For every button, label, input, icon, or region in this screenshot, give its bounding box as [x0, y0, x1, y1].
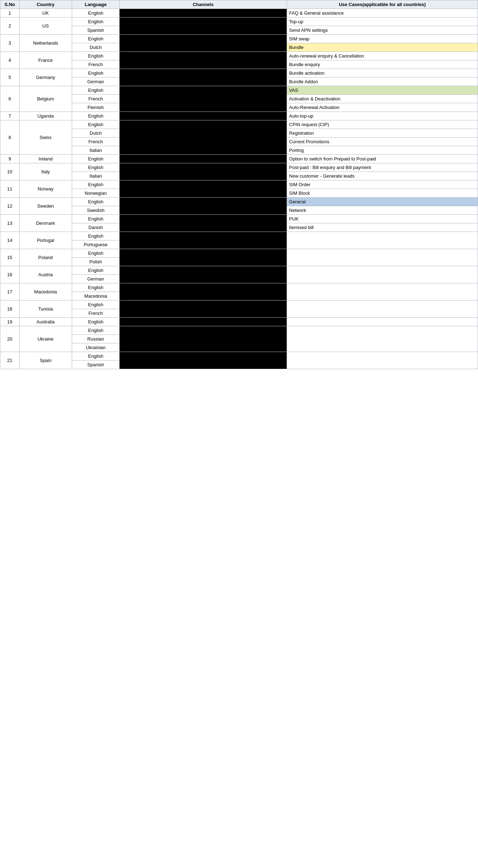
- cell-language: Ukrainian: [72, 343, 120, 352]
- cell-language: German: [72, 78, 120, 86]
- cell-language: French: [72, 138, 120, 146]
- cell-language: English: [72, 283, 120, 292]
- cell-usecase: Post-paid : Bill enquiry and Bill paymen…: [287, 163, 478, 172]
- cell-language: French: [72, 95, 120, 103]
- cell-language: English: [72, 180, 120, 189]
- cell-usecase: Porting: [287, 146, 478, 155]
- cell-sno: 21: [0, 352, 20, 369]
- cell-channels: [120, 198, 287, 215]
- cell-channels: [120, 326, 287, 352]
- cell-channels: [120, 155, 287, 163]
- cell-language: Portuguese: [72, 240, 120, 249]
- cell-usecase: SIM Block: [287, 189, 478, 198]
- cell-country: Austria: [19, 266, 72, 283]
- cell-language: English: [72, 163, 120, 172]
- cell-language: Spanish: [72, 361, 120, 369]
- cell-country: US: [19, 18, 72, 35]
- cell-usecase: Bundle: [287, 43, 478, 52]
- cell-language: English: [72, 249, 120, 258]
- cell-language: Swedish: [72, 206, 120, 215]
- cell-language: English: [72, 155, 120, 163]
- cell-channels: [120, 35, 287, 52]
- cell-language: English: [72, 215, 120, 223]
- cell-usecase-empty: [287, 301, 478, 318]
- cell-language: English: [72, 9, 120, 18]
- cell-channels: [120, 215, 287, 232]
- cell-usecase-empty: [287, 266, 478, 283]
- cell-country: France: [19, 52, 72, 69]
- cell-sno: 12: [0, 198, 20, 215]
- cell-channels: [120, 86, 287, 112]
- cell-channels: [120, 112, 287, 120]
- cell-channels: [120, 283, 287, 301]
- cell-language: English: [72, 232, 120, 240]
- cell-sno: 6: [0, 86, 20, 112]
- header-sno: S.No: [0, 0, 20, 9]
- cell-sno: 19: [0, 318, 20, 326]
- cell-language: English: [72, 301, 120, 309]
- cell-sno: 18: [0, 301, 20, 318]
- cell-sno: 14: [0, 232, 20, 249]
- cell-language: English: [72, 198, 120, 206]
- cell-sno: 1: [0, 9, 20, 18]
- cell-language: English: [72, 35, 120, 43]
- cell-country: Belgium: [19, 86, 72, 112]
- cell-language: Polish: [72, 258, 120, 266]
- cell-country: Sweden: [19, 198, 72, 215]
- header-country: Country: [19, 0, 72, 9]
- cell-usecase: General: [287, 198, 478, 206]
- cell-language: Italian: [72, 146, 120, 155]
- cell-language: English: [72, 52, 120, 60]
- cell-sno: 2: [0, 18, 20, 35]
- cell-sno: 13: [0, 215, 20, 232]
- cell-usecase: FAQ & General assistance: [287, 9, 478, 18]
- cell-usecase-empty: [287, 249, 478, 266]
- cell-language: French: [72, 60, 120, 69]
- cell-language: Dutch: [72, 129, 120, 138]
- cell-usecase-empty: [287, 318, 478, 326]
- cell-language: English: [72, 18, 120, 26]
- cell-channels: [120, 163, 287, 180]
- header-usecases: Use Cases(applicatble for all countries): [287, 0, 478, 9]
- cell-country: UK: [19, 9, 72, 18]
- cell-country: Tunisia: [19, 301, 72, 318]
- cell-country: Italy: [19, 163, 72, 180]
- cell-channels: [120, 266, 287, 283]
- cell-channels: [120, 180, 287, 198]
- cell-language: French: [72, 309, 120, 318]
- cell-sno: 20: [0, 326, 20, 352]
- cell-sno: 17: [0, 283, 20, 301]
- cell-language: English: [72, 266, 120, 275]
- cell-usecase: SIM swap: [287, 35, 478, 43]
- cell-usecase: Auto-Renewal Activation: [287, 103, 478, 112]
- cell-channels: [120, 352, 287, 369]
- cell-usecase: SIM Order: [287, 180, 478, 189]
- cell-country: Ireland: [19, 155, 72, 163]
- cell-channels: [120, 9, 287, 18]
- cell-usecase: Itemised bill: [287, 223, 478, 232]
- cell-language: English: [72, 120, 120, 129]
- cell-language: Russian: [72, 335, 120, 343]
- cell-usecase: PUK: [287, 215, 478, 223]
- main-table: S.No Country Language Channels Use Cases…: [0, 0, 478, 369]
- cell-usecase: CPIN request (CIP): [287, 120, 478, 129]
- cell-usecase: Auto-renewal enquiry & Cancellation: [287, 52, 478, 60]
- cell-channels: [120, 18, 287, 35]
- cell-usecase: Auto-top-up: [287, 112, 478, 120]
- cell-sno: 10: [0, 163, 20, 180]
- cell-country: Portugal: [19, 232, 72, 249]
- cell-country: Swiss: [19, 120, 72, 155]
- cell-sno: 16: [0, 266, 20, 283]
- cell-channels: [120, 318, 287, 326]
- cell-sno: 15: [0, 249, 20, 266]
- cell-channels: [120, 232, 287, 249]
- cell-country: Poland: [19, 249, 72, 266]
- cell-language: Macedonia: [72, 292, 120, 301]
- cell-usecase: Network: [287, 206, 478, 215]
- cell-usecase: Bundle activation: [287, 69, 478, 78]
- cell-country: Spain: [19, 352, 72, 369]
- cell-usecase: Bundle enquiry: [287, 60, 478, 69]
- cell-usecase: Current Promotions: [287, 138, 478, 146]
- cell-channels: [120, 301, 287, 318]
- header-channels: Channels: [120, 0, 287, 9]
